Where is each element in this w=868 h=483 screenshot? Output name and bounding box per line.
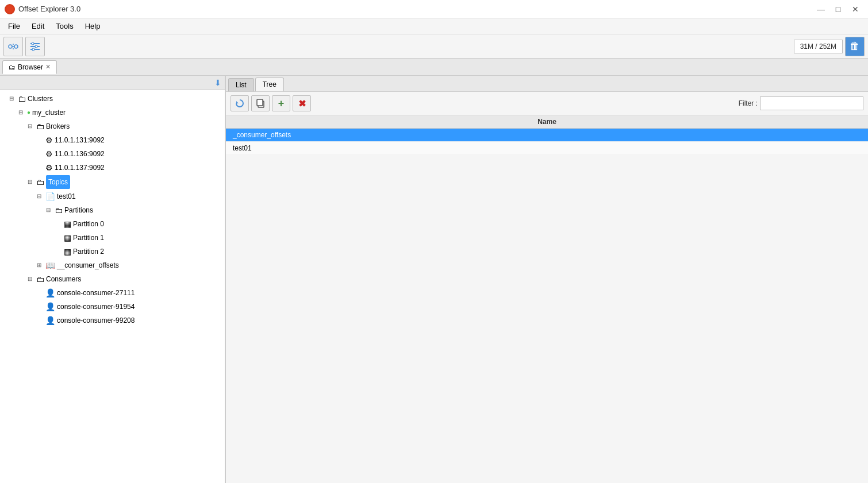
expand-all-icon[interactable]: ⬇ [214, 78, 221, 87]
svg-point-9 [35, 45, 37, 48]
svg-point-10 [32, 48, 34, 51]
consumer2-label: console-consumer-91954 [57, 300, 135, 313]
svg-point-0 [9, 45, 12, 48]
clusters-label: Clusters [28, 92, 53, 105]
consumers-label: Consumers [46, 273, 81, 285]
clusters-folder-icon: 🗀 [18, 92, 26, 105]
browser-tab-label: Browser [18, 63, 43, 71]
row-label-consumer-offsets: _consumer_offsets [233, 131, 291, 139]
svg-marker-11 [236, 101, 239, 103]
tree-row-brokers[interactable]: ⊟ 🗀 Brokers [0, 119, 225, 133]
memory-indicator: 31M / 252M [794, 40, 843, 53]
menu-help[interactable]: Help [79, 20, 106, 33]
tree-node-partition2: ▦ Partition 2 [0, 245, 225, 258]
tree-row-topics[interactable]: ⊟ 🗀 Topics [0, 175, 225, 190]
toggle-my-cluster[interactable]: ⊟ [18, 106, 25, 119]
app-icon [5, 4, 15, 14]
tree-row-consumer1[interactable]: 👤 console-consumer-27111 [0, 286, 225, 300]
tree-tab-label: Tree [263, 80, 276, 88]
title-bar-left: Offset Explorer 3.0 [5, 4, 80, 14]
tree-row-consumer3[interactable]: 👤 console-consumer-99208 [0, 314, 225, 327]
copy-button[interactable] [251, 95, 270, 111]
tree-row-broker3[interactable]: ⚙ 11.0.1.137:9092 [0, 161, 225, 175]
my-cluster-label: my_cluster [32, 106, 66, 119]
tree-node-my-cluster: ⊟ ● my_cluster [0, 106, 225, 119]
tree-node-consumer-offsets-node: ⊞ 📖 __consumer_offsets [0, 258, 225, 272]
tab-bar: 🗂 Browser ✕ [0, 59, 868, 76]
tree-node-clusters: ⊟ 🗀 Clusters [0, 92, 225, 106]
toggle-topics[interactable]: ⊟ [28, 176, 34, 188]
toggle-brokers[interactable]: ⊟ [28, 120, 34, 133]
browser-tab-close[interactable]: ✕ [45, 63, 51, 71]
tree-row-broker2[interactable]: ⚙ 11.0.1.136:9092 [0, 147, 225, 161]
table-row[interactable]: _consumer_offsets [226, 129, 868, 142]
toggle-partitions[interactable]: ⊟ [46, 204, 53, 217]
refresh-button[interactable] [231, 95, 249, 111]
partition2-icon: ▦ [64, 245, 71, 258]
topics-folder-icon: 🗀 [36, 176, 44, 188]
tree-row-consumer-offsets-node[interactable]: ⊞ 📖 __consumer_offsets [0, 258, 225, 272]
consumer3-label: console-consumer-99208 [57, 314, 135, 327]
tree-row-partitions[interactable]: ⊟ 🗀 Partitions [0, 203, 225, 217]
broker3-label: 11.0.1.137:9092 [55, 161, 105, 174]
menu-file[interactable]: File [2, 20, 26, 33]
app-title: Offset Explorer 3.0 [18, 5, 80, 13]
cluster-dot-icon: ● [27, 106, 30, 119]
broker2-label: 11.0.1.136:9092 [55, 148, 105, 160]
list-tab[interactable]: List [228, 78, 254, 91]
toggle-consumers[interactable]: ⊟ [28, 273, 34, 285]
tree-row-partition2[interactable]: ▦ Partition 2 [0, 245, 225, 258]
tree-row-test01[interactable]: ⊟ 📄 test01 [0, 190, 225, 203]
filter-input[interactable] [760, 96, 863, 110]
tree-row-partition1[interactable]: ▦ Partition 1 [0, 231, 225, 245]
svg-point-1 [14, 45, 18, 48]
tree-node-consumer2: 👤 console-consumer-91954 [0, 300, 225, 314]
broker3-gear-icon: ⚙ [45, 161, 53, 174]
minimize-button[interactable]: — [813, 3, 829, 16]
title-bar: Offset Explorer 3.0 — □ ✕ [0, 0, 868, 18]
browser-tab[interactable]: 🗂 Browser ✕ [2, 60, 57, 74]
menu-edit[interactable]: Edit [26, 20, 50, 33]
tree-node-consumer3: 👤 console-consumer-99208 [0, 314, 225, 327]
tree: ⊟ 🗀 Clusters ⊟ ● my_cluster [0, 90, 225, 330]
list-tab-label: List [236, 81, 247, 89]
partition2-label: Partition 2 [73, 245, 104, 258]
consumer3-person-icon: 👤 [45, 314, 55, 327]
table-row[interactable]: test01 [226, 142, 868, 155]
brokers-folder-icon: 🗀 [36, 120, 44, 133]
tree-node-partition1: ▦ Partition 1 [0, 231, 225, 245]
content-tabs: List Tree [226, 76, 868, 92]
tree-node-broker3: ⚙ 11.0.1.137:9092 [0, 161, 225, 175]
test01-doc-icon: 📄 [45, 190, 55, 203]
tree-node-partition0: ▦ Partition 0 [0, 217, 225, 231]
clear-memory-button[interactable]: 🗑 [845, 37, 865, 56]
tree-node-broker2: ⚙ 11.0.1.136:9092 [0, 147, 225, 161]
settings-button[interactable] [25, 37, 45, 56]
close-button[interactable]: ✕ [847, 3, 863, 16]
title-bar-controls: — □ ✕ [813, 3, 863, 16]
partition0-icon: ▦ [64, 218, 71, 230]
consumer-offsets-node-label: __consumer_offsets [57, 259, 119, 272]
tree-row-consumer2[interactable]: 👤 console-consumer-91954 [0, 300, 225, 314]
tree-row-broker1[interactable]: ⚙ 11.0.1.131:9092 [0, 133, 225, 147]
connect-button[interactable] [3, 37, 23, 56]
tree-row-partition0[interactable]: ▦ Partition 0 [0, 217, 225, 231]
toggle-consumer-offsets[interactable]: ⊞ [37, 259, 44, 272]
tree-node-test01: ⊟ 📄 test01 [0, 190, 225, 203]
tree-tab[interactable]: Tree [255, 78, 284, 91]
add-button[interactable]: + [272, 95, 290, 111]
delete-button[interactable]: ✖ [293, 95, 311, 111]
toolbar: 31M / 252M 🗑 [0, 34, 868, 59]
toggle-test01[interactable]: ⊟ [37, 190, 44, 203]
tree-row-consumers[interactable]: ⊟ 🗀 Consumers [0, 272, 225, 286]
maximize-button[interactable]: □ [830, 3, 846, 16]
consumer-offsets-book-icon: 📖 [45, 259, 55, 272]
tree-node-broker1: ⚙ 11.0.1.131:9092 [0, 133, 225, 147]
toggle-clusters[interactable]: ⊟ [9, 92, 16, 105]
tree-row-clusters[interactable]: ⊟ 🗀 Clusters [0, 92, 225, 106]
consumer1-person-icon: 👤 [45, 287, 55, 299]
tree-row-my-cluster[interactable]: ⊟ ● my_cluster [0, 106, 225, 119]
menu-tools[interactable]: Tools [50, 20, 79, 33]
broker1-label: 11.0.1.131:9092 [55, 134, 105, 146]
consumer1-label: console-consumer-27111 [57, 287, 135, 299]
